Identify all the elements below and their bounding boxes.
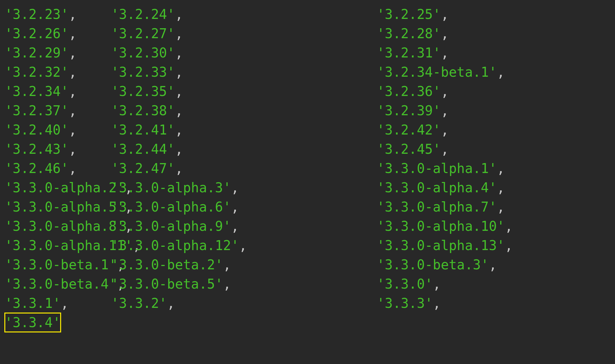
version-col-2: '3.2.38', [111,101,377,120]
comma: , [489,257,497,272]
version-col-1: '3.2.43', [5,139,111,159]
version-col-3: '3.2.45', [377,139,612,159]
comma: , [69,122,77,137]
version-col-2: '3.2.41', [111,120,377,139]
version-row: '3.2.34','3.2.35','3.2.36', [5,82,612,101]
comma: , [441,84,449,99]
version-col-1: '3.2.46', [5,159,111,178]
comma: , [497,199,505,215]
version-col-2: '3.2.47', [111,159,377,178]
version-col-1: '3.3.4' [5,313,111,332]
version-string: '3.3.0-beta.3' [377,257,489,272]
comma: , [69,64,77,80]
version-col-1: '3.3.0-alpha.2', [5,178,111,197]
selected-version: '3.3.4' [5,313,61,332]
version-col-3: '3.3.0-alpha.7', [377,197,612,217]
version-col-3: '3.2.36', [377,82,612,101]
version-col-3: '3.3.0', [377,274,612,294]
comma: , [175,141,183,157]
version-string: '3.2.30' [111,45,175,60]
version-string: '3.2.40' [5,122,69,137]
version-string: '3.3.1' [5,296,61,311]
version-string: '3.2.32' [5,64,69,80]
version-string: '3.3.4' [5,315,61,330]
version-string: '3.3.0-beta.5' [111,276,223,292]
version-row: '3.3.1','3.3.2','3.3.3', [5,294,612,313]
version-col-1: '3.2.37', [5,101,111,120]
version-col-3: '3.3.0-alpha.10', [377,217,612,236]
version-string: '3.3.0-alpha.6' [111,199,231,215]
version-string: '3.2.44' [111,141,175,157]
version-string: '3.2.33' [111,64,175,80]
version-col-3: '3.3.0-alpha.4', [377,178,612,197]
version-row: '3.3.0-beta.4','3.3.0-beta.5','3.3.0', [5,274,612,294]
comma: , [441,141,449,157]
comma: , [175,84,183,99]
version-col-2: '3.2.44', [111,139,377,159]
version-row: '3.2.23','3.2.24','3.2.25', [5,5,612,24]
version-col-1: '3.2.26', [5,24,111,43]
comma: , [69,84,77,99]
comma: , [497,161,505,176]
comma: , [497,180,505,195]
version-col-3: '3.2.39', [377,101,612,120]
version-string: '3.3.0-alpha.13' [377,238,505,253]
version-col-2: '3.2.35', [111,82,377,101]
comma: , [231,219,239,234]
version-col-3: '3.3.0-beta.3', [377,255,612,274]
comma: , [441,45,449,60]
version-col-3: '3.3.0-alpha.1', [377,159,612,178]
version-col-2: '3.2.30', [111,43,377,62]
comma: , [175,64,183,80]
version-string: '3.3.0-alpha.3' [111,180,231,195]
version-string: '3.2.36' [377,84,441,99]
version-row: '3.3.0-alpha.8','3.3.0-alpha.9','3.3.0-a… [5,217,612,236]
version-row: '3.2.32','3.2.33','3.2.34-beta.1', [5,62,612,82]
comma: , [167,296,175,311]
version-string: '3.3.0-alpha.9' [111,219,231,234]
version-string: '3.3.3' [377,296,433,311]
version-row: '3.3.4' [5,313,612,332]
version-col-2: '3.3.0-alpha.9', [111,217,377,236]
version-col-1: '3.2.29', [5,43,111,62]
version-row: '3.2.43','3.2.44','3.2.45', [5,139,612,159]
version-string: '3.3.0-alpha.4' [377,180,497,195]
comma: , [505,219,513,234]
comma: , [223,276,231,292]
terminal-output[interactable]: '3.2.23','3.2.24','3.2.25','3.2.26','3.2… [0,0,615,335]
version-col-1: '3.2.32', [5,62,111,82]
version-string: '3.2.27' [111,26,175,41]
version-string: '3.3.0' [377,276,433,292]
version-string: '3.3.0-beta.4' [5,276,117,292]
comma: , [441,26,449,41]
comma: , [223,257,231,272]
version-col-2: '3.2.24', [111,5,377,24]
version-col-2: '3.3.0-alpha.6', [111,197,377,217]
version-col-2: '3.3.0-alpha.3', [111,178,377,197]
version-col-1: '3.3.0-beta.4', [5,274,111,294]
version-col-1: '3.2.34', [5,82,111,101]
version-col-2: '3.2.33', [111,62,377,82]
version-col-1: '3.2.23', [5,5,111,24]
comma: , [69,103,77,118]
comma: , [497,64,505,80]
version-row: '3.3.0-alpha.11','3.3.0-alpha.12','3.3.0… [5,236,612,255]
version-string: '3.2.29' [5,45,69,60]
version-col-3: '3.3.0-alpha.13', [377,236,612,255]
version-string: '3.2.41' [111,122,175,137]
version-col-1: '3.3.1', [5,294,111,313]
comma: , [231,199,239,215]
version-row: '3.3.0-alpha.2','3.3.0-alpha.3','3.3.0-a… [5,178,612,197]
comma: , [69,26,77,41]
version-string: '3.2.38' [111,103,175,118]
version-string: '3.2.45' [377,141,441,157]
version-col-3: '3.2.31', [377,43,612,62]
version-string: '3.2.26' [5,26,69,41]
version-row: '3.2.40','3.2.41','3.2.42', [5,120,612,139]
comma: , [69,141,77,157]
version-string: '3.3.0-alpha.7' [377,199,497,215]
version-col-2: '3.2.27', [111,24,377,43]
comma: , [61,296,69,311]
version-row: '3.2.37','3.2.38','3.2.39', [5,101,612,120]
version-string: '3.3.0-alpha.10' [377,219,505,234]
